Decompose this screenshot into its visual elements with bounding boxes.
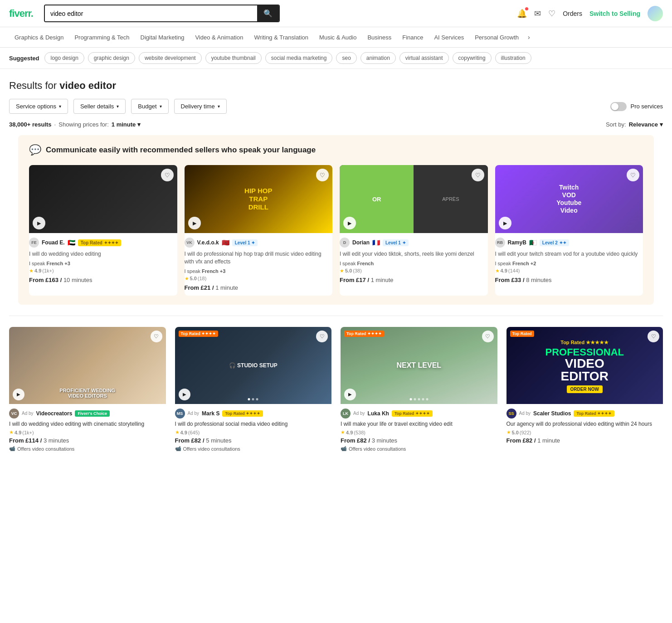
toggle-knob [611, 103, 618, 110]
banner-title-text: Communicate easily with recommended sell… [46, 146, 316, 155]
suggestion-seo[interactable]: seo [336, 52, 356, 64]
ad-card-1-thumbnail: PROFICIENT WEDDINGVIDEO EDITORS ▶ ♡ [9, 327, 166, 404]
ad-card-2-title: I will do professional social media vide… [175, 420, 332, 428]
ad-card-4[interactable]: Top Rated ★★★★★ PROFESSIONALVIDEOEDITOR … [506, 327, 663, 457]
pro-toggle-switch[interactable] [610, 102, 627, 111]
nav-item-writing[interactable]: Writing & Translation [248, 28, 314, 47]
card-3-seller: D Dorian 🇫🇷 Level 1 ✦ [340, 238, 488, 248]
ad-label: Ad by [188, 411, 200, 416]
seller-details-filter[interactable]: Seller details ▾ [73, 99, 126, 114]
suggestion-graphic-design[interactable]: graphic design [88, 52, 135, 64]
suggestions-bar: Suggested logo design graphic design web… [0, 48, 672, 69]
search-bar: 🔍 [44, 5, 280, 22]
card-3-title: I will edit your video tiktok, shorts, r… [340, 250, 488, 258]
sort-value-selector[interactable]: Relevance ▾ [629, 121, 663, 128]
ad-card-1[interactable]: PROFICIENT WEDDINGVIDEO EDITORS ▶ ♡ VC A… [9, 327, 166, 457]
nav-more[interactable]: › [524, 27, 534, 47]
delivery-time-filter[interactable]: Delivery time ▾ [174, 99, 227, 114]
ad-card-3[interactable]: NEXT LEVEL Top Rated ✦✦✦✦ ▶ ♡ LK Ad by L… [341, 327, 497, 457]
chevron-down-icon: ▾ [218, 104, 220, 109]
dot [422, 398, 424, 400]
budget-label: Budget [138, 103, 156, 110]
nav-item-ai[interactable]: AI Services [429, 28, 469, 47]
ad-seller-row: LK Ad by Luka Kh Top Rated ✦✦✦✦ [341, 409, 497, 419]
ad-seller-row: SS Ad by Scaler Studios Top Rated ✦✦✦✦ [506, 409, 663, 419]
top-rated-badge: Top Rated ✦✦✦✦ [78, 239, 121, 246]
card-2-body: VK V.e.d.o.k 🇲🇦 Level 1 ✦ I will do prof… [185, 233, 333, 296]
seller-name: Luka Kh [368, 410, 389, 417]
suggestion-logo-design[interactable]: logo design [44, 52, 84, 64]
suggestion-social[interactable]: social media marketing [265, 52, 333, 64]
ad-seller-row: MS Ad by Mark S Top Rated ✦✦✦✦ [175, 409, 332, 419]
nav-item-personal[interactable]: Personal Growth [469, 28, 524, 47]
nav-item-finance[interactable]: Finance [397, 28, 429, 47]
search-input[interactable] [45, 5, 257, 21]
suggestion-copywriting[interactable]: copywriting [453, 52, 492, 64]
play-icon[interactable]: ▶ [33, 217, 45, 229]
level1-badge: Level 1 ✦ [232, 239, 258, 246]
card-1-body: FE Fouad E. 🇦🇪 Top Rated ✦✦✦✦ I will do … [29, 233, 177, 288]
ad-cards-section: PROFICIENT WEDDINGVIDEO EDITORS ▶ ♡ VC A… [0, 327, 672, 457]
favorite-button[interactable]: ♡ [627, 169, 639, 181]
nav-item-music[interactable]: Music & Audio [314, 28, 362, 47]
results-count-value: 38,000+ results [9, 121, 52, 128]
search-button[interactable]: 🔍 [257, 5, 279, 21]
suggestion-illustration[interactable]: illustration [495, 52, 531, 64]
card-1-title: I will do wedding video editing [29, 250, 177, 258]
card-2-seller: VK V.e.d.o.k 🇲🇦 Level 1 ✦ [185, 238, 333, 248]
notifications-icon[interactable]: 🔔 [517, 9, 527, 19]
suggestion-website[interactable]: website development [139, 52, 202, 64]
service-options-filter[interactable]: Service options ▾ [9, 99, 68, 114]
favorite-button[interactable]: ♡ [648, 331, 659, 342]
favorite-button[interactable]: ♡ [151, 331, 162, 342]
video-consult-text: Offers video consultations [349, 446, 406, 452]
favorite-button[interactable]: ♡ [316, 169, 329, 181]
top-rated-badge: Top Rated ✦✦✦✦ [392, 410, 433, 417]
header-icons: 🔔 ✉ ♡ Orders Switch to Selling [517, 6, 663, 21]
nav-item-graphics[interactable]: Graphics & Design [9, 28, 69, 47]
favorite-button[interactable]: ♡ [161, 169, 174, 181]
ad-card-3-body: LK Ad by Luka Kh Top Rated ✦✦✦✦ I will m… [341, 404, 497, 457]
suggestion-animation[interactable]: animation [360, 52, 396, 64]
nav-item-business[interactable]: Business [362, 28, 397, 47]
play-icon[interactable]: ▶ [344, 389, 356, 400]
flag-icon: 🇩🇿 [529, 239, 537, 246]
play-icon[interactable]: ▶ [343, 217, 356, 229]
nav-item-programming[interactable]: Programming & Tech [69, 28, 135, 47]
fiverr-logo[interactable]: fiverr. [9, 8, 33, 19]
orders-link[interactable]: Orders [563, 10, 582, 17]
play-icon[interactable]: ▶ [499, 217, 511, 229]
nav-item-video[interactable]: Video & Animation [190, 28, 248, 47]
avatar[interactable] [648, 6, 663, 21]
favorite-button[interactable]: ♡ [482, 331, 494, 342]
banner-title: 💬 Communicate easily with recommended se… [29, 144, 643, 156]
messages-icon[interactable]: ✉ [534, 9, 541, 19]
card-4[interactable]: TwitchVODYoutubeVideo ▶ ♡ RB RamyB 🇩🇿 Le… [495, 165, 643, 296]
video-consult-text: Offers video consultations [183, 446, 240, 452]
ad-card-2[interactable]: 🎧 STUDIO SETUP Top Rated ✦✦✦✦ ▶ ♡ MS Ad … [175, 327, 332, 457]
play-icon[interactable]: ▶ [188, 217, 201, 229]
favorites-icon[interactable]: ♡ [548, 9, 555, 19]
budget-filter[interactable]: Budget ▾ [131, 99, 168, 114]
card-1[interactable]: ▶ ♡ FE Fouad E. 🇦🇪 Top Rated ✦✦✦✦ I will… [29, 165, 177, 296]
suggestion-youtube[interactable]: youtube thumbnail [205, 52, 262, 64]
switch-to-selling-button[interactable]: Switch to Selling [589, 10, 640, 17]
notification-dot [525, 7, 528, 10]
ad-card-1-rating: ★ 4.9(1k+) [9, 429, 166, 435]
play-icon[interactable]: ▶ [179, 389, 190, 400]
nav-item-digital[interactable]: Digital Marketing [135, 28, 190, 47]
video-consult-indicator: 📹 Offers video consultations [341, 446, 497, 452]
suggestion-assistant[interactable]: virtual assistant [399, 52, 449, 64]
favorite-button[interactable]: ♡ [316, 331, 328, 342]
price-time-selector[interactable]: 1 minute ▾ [112, 121, 141, 128]
card-2[interactable]: HIP HOPTRAPDRILL ▶ ♡ VK V.e.d.o.k 🇲🇦 Lev… [185, 165, 333, 296]
ad-card-1-title: I will do wedding video editing with cin… [9, 420, 166, 428]
ad-label: Ad by [22, 411, 34, 416]
page-dots [409, 398, 428, 400]
travel-thumb-text: NEXT LEVEL [396, 361, 441, 370]
card-3[interactable]: OR APRÈS ▶ ♡ D Dorian 🇫🇷 Level 1 ✦ I wil… [340, 165, 488, 296]
play-icon[interactable]: ▶ [13, 389, 24, 400]
sort-value-text: Relevance [629, 121, 658, 128]
favorite-button[interactable]: ♡ [472, 169, 484, 181]
top-rated-overlay-badge: Top Rated ✦✦✦✦ [344, 331, 384, 337]
